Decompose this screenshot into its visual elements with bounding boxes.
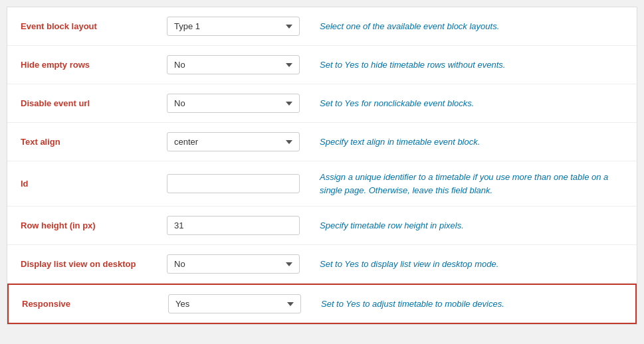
select-event-block-layout[interactable]: Type 1Type 2Type 3 <box>167 17 300 36</box>
control-responsive: YesNo <box>168 294 301 313</box>
control-id <box>167 174 300 193</box>
input-row-height[interactable] <box>167 216 300 235</box>
control-event-block-layout: Type 1Type 2Type 3 <box>167 17 300 36</box>
description-disable-event-url: Set to Yes for nonclickable event blocks… <box>320 97 623 110</box>
settings-panel: Event block layoutType 1Type 2Type 3Sele… <box>7 7 637 325</box>
control-text-align: centerleftright <box>167 132 300 151</box>
label-disable-event-url: Disable event url <box>21 98 167 108</box>
control-disable-event-url: NoYes <box>167 94 300 113</box>
description-responsive: Set to Yes to adjust timetable to mobile… <box>321 298 622 311</box>
settings-row-display-list-view: Display list view on desktopNoYesSet to … <box>7 245 637 284</box>
control-display-list-view: NoYes <box>167 254 300 274</box>
label-text-align: Text align <box>21 137 167 147</box>
select-hide-empty-rows[interactable]: NoYes <box>167 55 300 74</box>
label-event-block-layout: Event block layout <box>21 21 167 31</box>
select-responsive[interactable]: YesNo <box>168 294 301 313</box>
settings-row-id: IdAssign a unique identifier to a timeta… <box>7 161 637 207</box>
label-responsive: Responsive <box>22 299 168 309</box>
select-disable-event-url[interactable]: NoYes <box>167 94 300 113</box>
control-row-height <box>167 216 300 235</box>
settings-row-text-align: Text aligncenterleftrightSpecify text al… <box>7 123 637 161</box>
settings-row-hide-empty-rows: Hide empty rowsNoYesSet to Yes to hide t… <box>7 46 637 84</box>
settings-row-event-block-layout: Event block layoutType 1Type 2Type 3Sele… <box>7 7 637 46</box>
description-text-align: Specify text align in timetable event bl… <box>320 135 623 149</box>
label-hide-empty-rows: Hide empty rows <box>21 60 167 70</box>
label-id: Id <box>21 179 167 189</box>
settings-row-responsive: ResponsiveYesNoSet to Yes to adjust time… <box>7 284 637 324</box>
input-id[interactable] <box>167 174 300 193</box>
description-hide-empty-rows: Set to Yes to hide timetable rows withou… <box>320 58 623 72</box>
settings-row-disable-event-url: Disable event urlNoYesSet to Yes for non… <box>7 84 637 123</box>
label-row-height: Row height (in px) <box>21 220 167 230</box>
control-hide-empty-rows: NoYes <box>167 55 300 74</box>
select-display-list-view[interactable]: NoYes <box>167 254 300 274</box>
description-id: Assign a unique identifier to a timetabl… <box>320 171 623 197</box>
settings-row-row-height: Row height (in px)Specify timetable row … <box>7 207 637 245</box>
description-row-height: Specify timetable row height in pixels. <box>320 219 623 232</box>
description-event-block-layout: Select one of the available event block … <box>320 20 623 33</box>
description-display-list-view: Set to Yes to display list view in deskt… <box>320 258 623 271</box>
label-display-list-view: Display list view on desktop <box>21 259 167 269</box>
select-text-align[interactable]: centerleftright <box>167 132 300 151</box>
